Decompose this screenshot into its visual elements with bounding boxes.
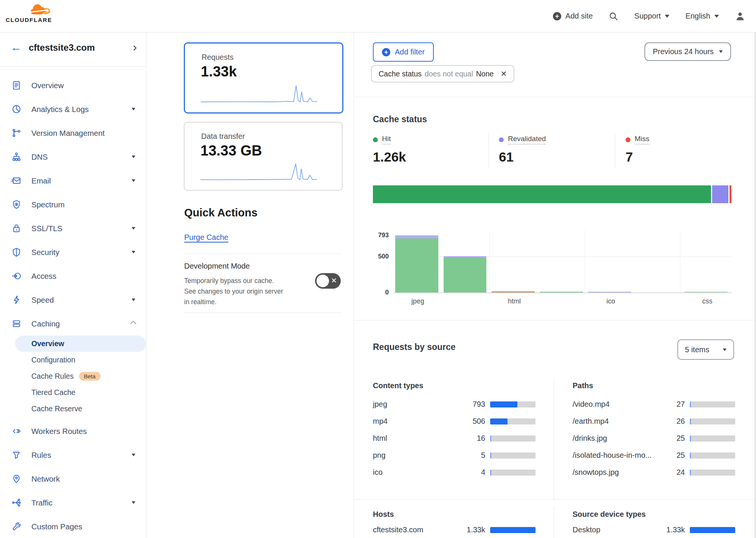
sidebar-item-label: Custom Pages <box>31 522 135 531</box>
site-switcher-chevron-icon[interactable]: › <box>133 40 137 54</box>
sidebar-subitem-configuration[interactable]: Configuration <box>15 352 146 368</box>
chart-slot-jpeg: jpeg <box>394 230 442 292</box>
sidebar-item-dns[interactable]: DNS <box>0 145 146 169</box>
row-bar-fill <box>690 470 691 476</box>
table-row: mp4506 <box>373 413 536 430</box>
add-site-button[interactable]: + Add site <box>553 12 593 20</box>
filter-chip[interactable]: Cache status does not equal None ✕ <box>371 65 514 82</box>
row-value: 25 <box>655 451 685 460</box>
sidebar-item-security[interactable]: Security <box>0 240 146 264</box>
time-range-label: Previous 24 hours <box>653 47 714 56</box>
sidebar-item-access[interactable]: Access <box>0 264 146 288</box>
sidebar-item-custom-pages[interactable]: Custom Pages <box>0 515 146 538</box>
table-row: /drinks.jpg25 <box>573 430 735 447</box>
sidebar-subitem-cache-rules[interactable]: Cache RulesBeta <box>15 368 146 384</box>
filter-field: Cache status <box>379 70 422 78</box>
sidebar-subitem-cache-reserve[interactable]: Cache Reserve <box>15 401 146 417</box>
bar-segment-hit <box>395 238 438 292</box>
bar-segment-revalidated <box>588 292 631 292</box>
caching-submenu: OverviewConfigurationCache RulesBetaTier… <box>0 336 146 419</box>
add-filter-button[interactable]: + Add filter <box>373 42 434 62</box>
stat-label[interactable]: Miss <box>635 135 649 145</box>
email-icon <box>11 176 22 186</box>
language-menu[interactable]: English <box>685 12 719 20</box>
stat-label[interactable]: Hit <box>382 135 391 145</box>
access-icon <box>11 271 22 281</box>
sidebar-item-analytics-logs[interactable]: Analytics & Logs <box>0 97 146 121</box>
items-count-select[interactable]: 5 items <box>677 339 734 360</box>
row-bar-track <box>490 452 536 459</box>
chart-slot-mp4 <box>442 230 491 292</box>
chart-bars: jpeghtmlicocss <box>394 230 731 292</box>
page-scrollbar[interactable] <box>754 33 756 538</box>
sidebar-subitem-tiered-cache[interactable]: Tiered Cache <box>15 384 146 401</box>
row-value: 5 <box>455 451 485 460</box>
row-label: Desktop <box>573 526 655 534</box>
cache-status-bar-chart: jpeghtmlicocss <box>394 230 731 293</box>
sidebar-subitem-overview[interactable]: Overview <box>15 336 146 352</box>
row-value: 25 <box>655 434 685 443</box>
divider <box>184 253 342 254</box>
stat-label[interactable]: Revalidated <box>508 135 546 145</box>
chevron-down-icon <box>132 227 135 230</box>
time-range-select[interactable]: Previous 24 hours <box>644 42 731 61</box>
sidebar-item-version-management[interactable]: Version Management <box>0 121 146 145</box>
brand-wordmark: CLOUDFLARE <box>6 17 52 23</box>
analytics-icon <box>11 104 22 114</box>
row-bar-fill <box>690 401 691 407</box>
sidebar-item-caching[interactable]: Caching <box>0 312 146 336</box>
sidebar-item-workers-routes[interactable]: Workers Routes <box>0 419 146 443</box>
row-value: 1.33k <box>655 526 685 534</box>
purge-cache-link[interactable]: Purge Cache <box>184 233 228 242</box>
source-device-types-header: Source device types <box>573 510 646 519</box>
items-count-label: 5 items <box>685 345 709 354</box>
cloudflare-cloud-icon <box>28 2 51 16</box>
chevron-down-icon <box>719 50 723 53</box>
sidebar-nav: OverviewAnalytics & LogsVersion Manageme… <box>0 67 146 538</box>
metrics-column: Requests 1.33k Data transfer 13.33 GB Qu… <box>146 33 354 538</box>
cloudflare-logo[interactable]: CLOUDFLARE <box>6 2 52 23</box>
topnav-actions: + Add site Support English <box>553 0 745 32</box>
y-tick-label: 0 <box>372 289 389 296</box>
sidebar-item-spectrum[interactable]: Spectrum <box>0 193 146 216</box>
row-bar-fill <box>490 527 536 533</box>
spectrum-icon <box>11 199 22 210</box>
sidebar-item-network[interactable]: Network <box>0 467 146 491</box>
user-account-icon[interactable] <box>735 11 745 22</box>
divider <box>354 499 756 499</box>
chart-slot-ico: ico <box>587 230 635 292</box>
requests-metric-card[interactable]: Requests 1.33k <box>184 42 343 114</box>
network-icon <box>11 474 22 484</box>
sidebar-item-speed[interactable]: Speed <box>0 288 146 312</box>
back-arrow-icon[interactable]: ← <box>11 41 22 54</box>
development-mode-title: Development Mode <box>184 262 250 271</box>
bar-segment-revalidated <box>395 235 438 238</box>
sidebar-item-traffic[interactable]: Traffic <box>0 491 146 515</box>
sidebar-item-label: DNS <box>31 152 132 162</box>
row-bar-track <box>490 418 536 424</box>
support-menu[interactable]: Support <box>634 12 669 20</box>
requests-by-source-title: Requests by source <box>373 342 456 352</box>
row-bar-fill <box>690 527 735 533</box>
sidebar-item-overview[interactable]: Overview <box>0 73 146 97</box>
development-mode-toggle[interactable]: ✕ <box>315 273 341 289</box>
table-row: png5 <box>373 447 536 464</box>
sidebar-item-ssl-tls[interactable]: SSL/TLS <box>0 216 146 240</box>
cloudflare-dashboard: CLOUDFLARE + Add site Support English <box>0 0 756 538</box>
sidebar-item-label: Version Management <box>31 129 135 138</box>
search-icon[interactable] <box>609 11 618 21</box>
caching-icon <box>11 319 22 329</box>
x-tick-label: css <box>683 297 731 305</box>
sidebar-item-rules[interactable]: Rules <box>0 443 146 467</box>
site-name: cftestsite3.com <box>29 42 95 53</box>
remove-filter-icon[interactable]: ✕ <box>500 69 507 78</box>
divider <box>554 379 554 500</box>
sidebar-item-email[interactable]: Email <box>0 169 146 193</box>
row-label: jpeg <box>373 400 455 409</box>
table-row: /isolated-house-in-mo...25 <box>573 447 735 464</box>
row-bar-track <box>690 527 735 533</box>
subitem-label: Cache Reserve <box>31 404 82 413</box>
sidebar-item-label: Analytics & Logs <box>31 105 132 114</box>
data-transfer-metric-card[interactable]: Data transfer 13.33 GB <box>184 122 343 191</box>
row-label: /video.mp4 <box>573 400 655 409</box>
